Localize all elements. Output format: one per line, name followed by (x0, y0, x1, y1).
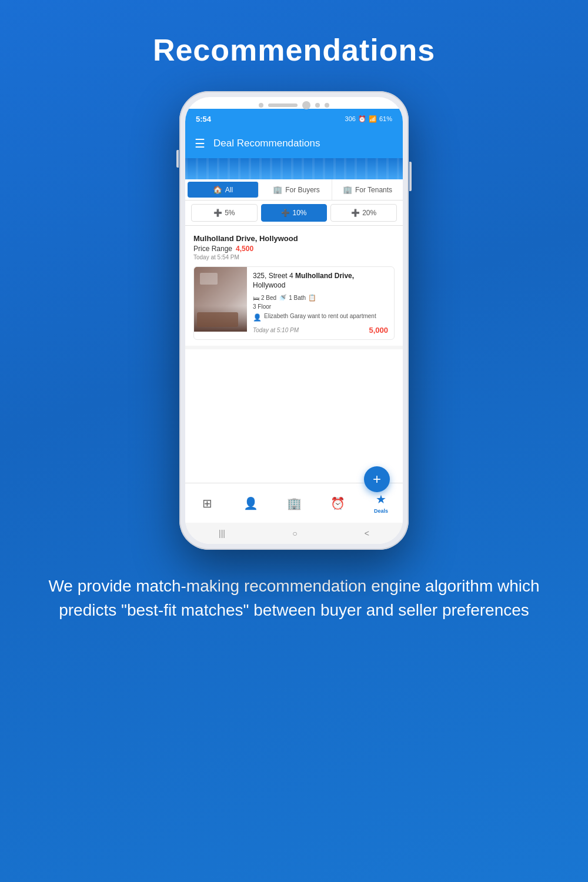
camera-dot (259, 103, 263, 108)
app-header: ☰ Deal Recommendations (185, 129, 403, 158)
category-filter-tabs: 🏠 All 🏢 For Buyers 🏢 For Tenants (185, 179, 403, 201)
alarm-nav-icon: ⏰ (330, 496, 345, 510)
nav-deals[interactable]: ★ Deals (359, 489, 403, 517)
bath-spec: 🚿 1 Bath (279, 294, 306, 302)
listing-card[interactable]: 325, Street 4 Mulholland Drive, Hollywoo… (193, 266, 395, 340)
agent-text: Elizabeth Garay want to rent out apartme… (264, 313, 376, 319)
percentage-filter-tabs: ➕ 5% ➕ 10% ➕ 20% (185, 201, 403, 226)
front-camera (302, 101, 310, 109)
empty-card-area (185, 349, 403, 483)
price-range-row: Price Range 4,500 (193, 245, 395, 253)
listing-footer: Today at 5:10 PM 5,000 (253, 326, 388, 335)
card-street: Mulholland Drive, (193, 234, 257, 243)
pct-20-icon: ➕ (351, 209, 360, 217)
price-label: Price Range (193, 245, 232, 253)
listing-address: 325, Street 4 (253, 272, 293, 280)
pct-10-icon: ➕ (281, 209, 290, 217)
phone-mockup: 5:54 306 ⏰ 📶 61% ☰ Deal Recommendations … (179, 91, 409, 550)
status-icons: 306 ⏰ 📶 61% (345, 115, 392, 123)
page-title: Recommendations (153, 32, 435, 68)
sensor-dot (315, 103, 320, 108)
phone-top-bar (185, 97, 403, 113)
listing-image (194, 267, 247, 332)
person-icon: 👤 (243, 496, 258, 510)
power-button (409, 162, 412, 191)
app-header-title: Deal Recommendations (213, 138, 320, 149)
back-button[interactable]: < (365, 529, 369, 538)
floor-icon-spec: 📋 (308, 294, 316, 302)
floor-spec: 3 Floor (253, 303, 388, 310)
tab-tenants-label: For Tenants (355, 186, 392, 194)
deals-label: Deals (374, 508, 388, 514)
nav-buildings[interactable]: 🏢 (272, 493, 316, 514)
tab-buyers-label: For Buyers (285, 186, 320, 194)
pct-5-icon: ➕ (213, 209, 222, 217)
listing-details: 325, Street 4 Mulholland Drive, Hollywoo… (247, 267, 394, 339)
agent-icon: 👤 (253, 313, 262, 322)
pct-tab-5[interactable]: ➕ 5% (191, 204, 258, 222)
bed-icon: 🛏 (253, 295, 259, 302)
card-city: Hollywood (259, 234, 298, 243)
listing-address-bold: Mulholland Drive, (295, 272, 354, 280)
speaker (268, 103, 298, 107)
header-image-band (185, 158, 403, 179)
sensor-dot2 (325, 103, 329, 108)
buyers-icon: 🏢 (273, 185, 282, 194)
listing-title: 325, Street 4 Mulholland Drive, Hollywoo… (253, 272, 388, 290)
property-card: Mulholland Drive, Hollywood Price Range … (185, 226, 403, 346)
signal-strength: 306 (345, 115, 356, 122)
listing-time: Today at 5:10 PM (253, 327, 299, 333)
status-time: 5:54 (196, 115, 211, 123)
tab-all[interactable]: 🏠 All (188, 182, 259, 198)
recent-apps-button[interactable]: ||| (219, 529, 225, 538)
listing-city: Hollywood (253, 281, 285, 289)
tab-for-buyers[interactable]: 🏢 For Buyers (261, 179, 332, 200)
battery-level: 61% (379, 115, 392, 122)
android-navbar: ||| ○ < (185, 523, 403, 544)
pct-10-label: 10% (292, 209, 306, 217)
floor-icon: 📋 (308, 294, 316, 302)
home-icon: 🏠 (213, 185, 222, 194)
bottom-description: We provide match-making recommendation e… (0, 574, 588, 622)
tab-all-label: All (225, 186, 233, 194)
tenants-icon: 🏢 (343, 185, 352, 194)
pct-5-label: 5% (225, 209, 235, 217)
nav-grid[interactable]: ⊞ (185, 493, 229, 514)
fab-button[interactable]: + (364, 466, 390, 492)
bath-icon: 🚿 (279, 294, 287, 302)
star-icon: ★ (376, 492, 386, 506)
tab-for-tenants[interactable]: 🏢 For Tenants (332, 179, 403, 200)
home-button[interactable]: ○ (292, 529, 297, 538)
pct-20-label: 20% (362, 209, 376, 217)
nav-reminders[interactable]: ⏰ (316, 493, 359, 514)
content-area: Mulholland Drive, Hollywood Price Range … (185, 226, 403, 483)
phone-screen: 5:54 306 ⏰ 📶 61% ☰ Deal Recommendations … (185, 97, 403, 544)
bed-spec: 🛏 2 Bed (253, 294, 276, 302)
room-furniture-decoration (197, 312, 238, 327)
card-date: Today at 5:54 PM (193, 254, 395, 260)
pct-tab-20[interactable]: ➕ 20% (330, 204, 397, 222)
building-icon: 🏢 (287, 496, 302, 510)
alarm-icon: ⏰ (358, 115, 366, 123)
volume-button (176, 150, 179, 168)
listing-specs: 🛏 2 Bed 🚿 1 Bath 📋 (253, 294, 388, 302)
bed-count: 2 Bed (261, 295, 276, 301)
hamburger-icon[interactable]: ☰ (195, 136, 205, 151)
card-address: Mulholland Drive, Hollywood (193, 234, 395, 243)
wifi-icon: 📶 (369, 115, 377, 123)
listing-agent: 👤 Elizabeth Garay want to rent out apart… (253, 313, 388, 322)
listing-price: 5,000 (369, 326, 388, 335)
nav-contacts[interactable]: 👤 (229, 493, 272, 514)
grid-icon: ⊞ (202, 496, 212, 510)
price-value: 4,500 (236, 245, 253, 253)
floor-label: 3 Floor (253, 303, 271, 310)
pct-tab-10[interactable]: ➕ 10% (261, 204, 328, 222)
bath-count: 1 Bath (289, 295, 306, 301)
